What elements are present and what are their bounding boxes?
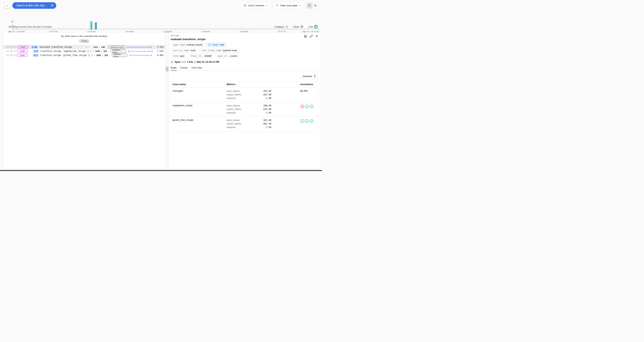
attr-key: span_id [218, 55, 227, 57]
assertion-pass-icon[interactable] [310, 119, 314, 123]
metric-value: 202.00 [263, 118, 271, 122]
assertion-pass-icon[interactable] [300, 119, 304, 123]
token-metrics-chip: Σ ↗1082 ↙325 [86, 54, 110, 57]
output-tokens-count: 325 [104, 54, 108, 56]
minus-box-icon [32, 46, 34, 48]
evals-table-row-gluten-free[interactable]: gluten_free_recipe input_tokens:202.00 o… [171, 116, 318, 131]
filter-local-data-dropdown[interactable]: Filter local data [273, 2, 304, 9]
case-name: vegetarian_recipe [171, 104, 226, 107]
timing-timestamp: Mar 31 13:18:11 PM [197, 61, 219, 63]
span-duration-bar [130, 54, 152, 57]
search-button-label: Search & filter with SQL... [16, 4, 47, 7]
detail-tabs: Evals Details Raw Data [169, 63, 320, 71]
otel-scope-name-pill[interactable]: otel_scope_name pydantic-evals [199, 48, 240, 53]
metric-value: 1.00 [266, 126, 271, 129]
case-name: gluten_free_recipe [171, 118, 226, 121]
attr-value: evaluate {name} [186, 44, 202, 46]
arrow-up-right-icon: ↗ [94, 54, 95, 57]
evals-badge: evals [17, 46, 29, 49]
timing-at-word: at [194, 61, 196, 63]
metric-label: output_tokens: [226, 107, 242, 111]
search-button[interactable]: Search & filter with SQL... [12, 2, 56, 9]
slash-key-label: / [6, 4, 8, 7]
child-count: 16 [34, 46, 37, 48]
metrics-header: Metrics [226, 83, 271, 86]
chevron-up-down-icon [314, 75, 316, 77]
attr-value: evals [190, 49, 196, 52]
metric-value: 453.00 [263, 93, 271, 96]
columns-button-label: Columns [302, 75, 312, 78]
list-view-toggle[interactable] [312, 3, 318, 9]
copy-link-icon[interactable] [310, 35, 313, 38]
top-toolbar: / Search & filter with SQL... Last 5 min… [0, 0, 322, 9]
tree-view-toggle[interactable] [306, 3, 312, 9]
records-histogram[interactable]: 10 5 0 Mar 31. 13:16:55 13:17:32 13:18:1… [0, 9, 322, 24]
no-older-items-text: No older items in the selected time wind… [3, 33, 166, 38]
window-bottom-edge [0, 170, 322, 171]
arrow-up-right-icon: ↗ [91, 46, 92, 48]
plus-box-icon [34, 55, 36, 56]
splitter-grip-icon[interactable] [166, 66, 168, 72]
expand-children-chip[interactable]: 7 [34, 50, 39, 53]
assertion-fail-icon[interactable] [300, 104, 304, 108]
sigma-icon: Σ [91, 54, 92, 56]
search-icon [51, 4, 54, 7]
evals-table-row-averages[interactable]: Averages input_tokens:205.00 output_toke… [171, 87, 318, 102]
attr-key: service_name [173, 49, 189, 52]
tab-details[interactable]: Details [180, 66, 188, 71]
slash-shortcut-key: / [4, 3, 10, 9]
span-id-pill[interactable]: span_id ...1ca2ce [215, 54, 240, 58]
trace-id-pill[interactable]: trace_id ...15ddb8 [188, 54, 214, 58]
assertion-pass-icon[interactable] [305, 119, 309, 123]
evals-table-row-vegetarian[interactable]: vegetarian_recipe input_tokens:208.00 ou… [171, 102, 318, 116]
trace-row-root[interactable]: 13:18:11 evals 16 evaluate transform_rec… [3, 45, 166, 49]
histogram-selection[interactable] [90, 21, 91, 30]
span-duration-text: 7.53s [155, 50, 164, 53]
kind-pill[interactable]: kind span [171, 54, 187, 58]
trace-timestamp: 13:18:11 [6, 46, 17, 48]
attr-value: ...1ca2ce [228, 55, 237, 57]
metric-value: 208.00 [263, 104, 271, 107]
scope-tag: pydantic-evals [109, 45, 125, 49]
today-pill[interactable]: Today [79, 39, 90, 43]
dock-panel-icon[interactable] [304, 35, 307, 38]
tab-evals[interactable]: Evals [171, 66, 177, 71]
span-name: transform_recipe: vegetarian_recipe [40, 50, 86, 53]
service-name-pill[interactable]: service_name evals [171, 48, 198, 53]
assertion-pass-icon[interactable] [305, 104, 309, 108]
filter-local-data-label: Filter local data [280, 4, 298, 7]
expand-children-chip[interactable]: 7 [33, 54, 38, 57]
metric-value: 1.00 [266, 111, 271, 115]
case-name: Averages [171, 89, 226, 92]
assertion-pass-icon[interactable] [310, 104, 314, 108]
token-coin-icon [85, 46, 88, 48]
close-icon[interactable] [316, 35, 318, 38]
input-tokens-count: 2112 [93, 46, 98, 48]
trace-row-child[interactable]: 13:18:11 evals 7 transform_recipe: veget… [3, 49, 166, 53]
span-duration-bar [128, 50, 152, 53]
span-name-pill[interactable]: span_name evaluate {name} [171, 43, 205, 47]
level-pill[interactable]: level Info [206, 43, 226, 47]
plus-box-icon [34, 50, 36, 52]
attribute-pills: span_name evaluate {name} level Info ser… [169, 41, 320, 58]
timing-duration: 7.53s [187, 61, 193, 63]
arrow-down-left-icon: ↙ [99, 46, 100, 48]
trace-list-panel: No older items in the selected time wind… [3, 32, 166, 168]
time-range-dropdown[interactable]: Last 5 minutes [241, 2, 271, 9]
panel-splitter[interactable] [165, 0, 168, 171]
attr-value: span [180, 55, 184, 57]
view-mode-toggle [306, 3, 318, 9]
metric-value: 482.00 [263, 122, 271, 126]
histogram-bar[interactable] [95, 22, 97, 30]
token-metrics-chip: Σ ↗1030 ↙323 [86, 50, 108, 53]
trace-rows: 13:18:11 evals 16 evaluate transform_rec… [3, 45, 166, 57]
metric-label: output_tokens: [226, 93, 242, 96]
trace-row-child[interactable]: 13:18:11 evals 7 transform_recipe: glute… [3, 53, 166, 57]
metric-label: input_tokens: [226, 89, 240, 93]
tab-raw-data[interactable]: Raw Data [192, 66, 202, 71]
calendar-icon [244, 4, 246, 7]
attr-value: pydantic-evals [223, 49, 237, 52]
columns-button[interactable]: Columns [300, 73, 318, 79]
duration-sub-span-tick [148, 55, 148, 56]
collapse-children-chip[interactable]: 16 [32, 46, 38, 49]
